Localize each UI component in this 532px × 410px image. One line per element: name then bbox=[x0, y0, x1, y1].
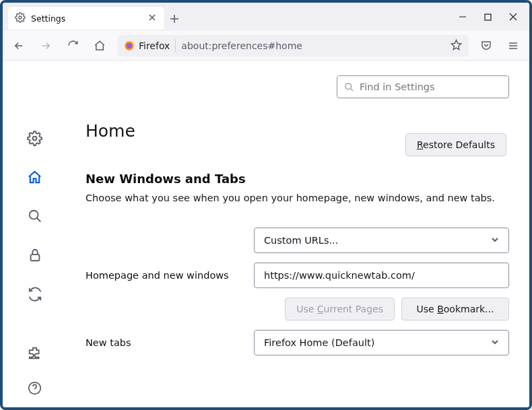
svg-point-0 bbox=[19, 16, 22, 19]
back-button[interactable] bbox=[9, 36, 28, 55]
homepage-mode-value: Custom URLs... bbox=[264, 235, 338, 246]
sidebar-help-icon[interactable] bbox=[26, 379, 44, 398]
sidebar-home-icon[interactable] bbox=[26, 168, 44, 187]
find-placeholder: Find in Settings bbox=[360, 81, 435, 92]
minimize-icon[interactable] bbox=[459, 13, 467, 21]
find-in-settings-input[interactable]: Find in Settings bbox=[337, 75, 509, 98]
window-controls bbox=[459, 3, 529, 31]
search-icon bbox=[344, 82, 354, 92]
window-titlebar: Settings bbox=[3, 3, 529, 31]
chevron-down-icon bbox=[491, 235, 499, 246]
gear-icon bbox=[15, 12, 26, 25]
homepage-url-input[interactable]: https://www.quicknewtab.com/ bbox=[254, 263, 509, 288]
save-to-pocket-button[interactable] bbox=[477, 36, 496, 55]
svg-rect-1 bbox=[485, 14, 491, 20]
browser-tab-active[interactable]: Settings bbox=[8, 7, 164, 30]
url-bar[interactable]: Firefox about:preferences#home bbox=[117, 35, 469, 57]
newtabs-label: New tabs bbox=[86, 337, 254, 348]
url-text: about:preferences#home bbox=[181, 40, 445, 51]
homepage-label: Homepage and new windows bbox=[86, 270, 254, 281]
main-panel: Find in Settings Home Restore Defaults N… bbox=[67, 61, 529, 407]
maximize-icon[interactable] bbox=[484, 13, 492, 21]
close-tab-icon[interactable] bbox=[147, 13, 158, 24]
sidebar-extensions-icon[interactable] bbox=[26, 344, 44, 363]
svg-point-4 bbox=[33, 137, 37, 141]
newtabs-value: Firefox Home (Default) bbox=[264, 337, 374, 348]
svg-rect-6 bbox=[30, 254, 39, 261]
svg-point-8 bbox=[345, 83, 352, 89]
sidebar-search-icon[interactable] bbox=[26, 207, 44, 226]
home-toolbar-button[interactable] bbox=[90, 36, 109, 55]
section-title: New Windows and Tabs bbox=[86, 172, 509, 186]
sidebar-general-icon[interactable] bbox=[26, 129, 44, 148]
restore-defaults-button[interactable]: Restore Defaults bbox=[405, 133, 506, 156]
homepage-url-value: https://www.quicknewtab.com/ bbox=[264, 270, 415, 281]
newtabs-select[interactable]: Firefox Home (Default) bbox=[254, 330, 509, 355]
chevron-down-icon bbox=[491, 337, 499, 348]
use-bookmark-button[interactable]: Use Bookmark... bbox=[401, 298, 509, 320]
category-sidebar bbox=[3, 61, 67, 407]
section-description: Choose what you see when you open your h… bbox=[86, 193, 509, 203]
forward-button[interactable] bbox=[36, 36, 55, 55]
app-menu-button[interactable] bbox=[504, 36, 523, 55]
close-window-icon[interactable] bbox=[509, 13, 517, 21]
sidebar-privacy-icon[interactable] bbox=[26, 246, 44, 265]
use-current-pages-button[interactable]: Use Current Pages bbox=[285, 298, 395, 320]
svg-point-3 bbox=[127, 43, 132, 48]
firefox-icon bbox=[124, 40, 135, 51]
nav-toolbar: Firefox about:preferences#home bbox=[3, 31, 529, 61]
identity-label: Firefox bbox=[139, 40, 170, 51]
reload-button[interactable] bbox=[63, 36, 82, 55]
identity-box[interactable]: Firefox bbox=[124, 39, 176, 53]
svg-point-5 bbox=[29, 211, 38, 219]
sidebar-sync-icon[interactable] bbox=[26, 285, 44, 304]
tab-title: Settings bbox=[31, 13, 141, 24]
preferences-content: Find in Settings Home Restore Defaults N… bbox=[3, 61, 529, 407]
new-tab-button[interactable] bbox=[164, 7, 185, 31]
bookmark-star-icon[interactable] bbox=[451, 39, 462, 53]
homepage-mode-select[interactable]: Custom URLs... bbox=[254, 228, 509, 253]
